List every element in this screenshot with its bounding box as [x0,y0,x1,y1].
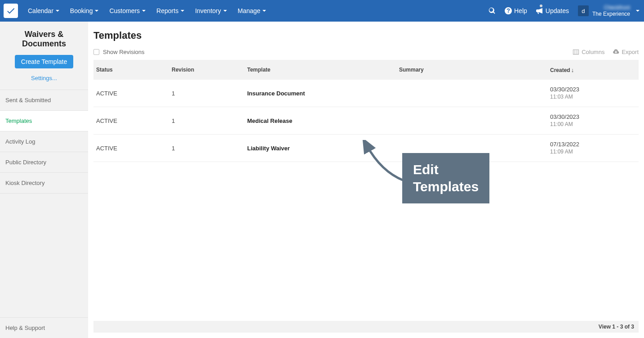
nav-calendar[interactable]: Calendar [22,0,65,22]
nav-reports[interactable]: Reports [151,0,190,22]
columns-icon [573,49,579,55]
col-template[interactable]: Template [247,67,399,73]
nav-customers[interactable]: Customers [104,0,151,22]
main-content: Templates Show Revisions Columns Export … [88,22,644,338]
show-revisions-label: Show Revisions [103,49,145,55]
sidebar-help-support[interactable]: Help & Support [0,318,88,338]
sort-desc-icon: ↓ [571,67,574,73]
nav-manage[interactable]: Manage [232,0,272,22]
cloud-download-icon [613,49,619,55]
app-logo[interactable] [4,4,18,18]
avatar: d [578,5,589,16]
nav-right: Help Updates d Checkfront The Experience [484,0,644,22]
page-title: Templates [93,30,639,41]
chevron-down-icon [223,10,227,12]
help-icon [505,7,512,14]
sidebar: Waivers & Documents Create Template Sett… [0,22,88,338]
help-label: Help [514,7,527,14]
table-row[interactable]: ACTIVE 1 Medical Release 03/30/2023 11:0… [93,107,639,135]
table-header: Status Revision Template Summary Created… [93,60,639,80]
col-summary[interactable]: Summary [399,67,550,73]
templates-table: Status Revision Template Summary Created… [93,60,639,333]
chevron-down-icon [56,10,59,12]
search-icon [489,7,496,14]
account-name: Checkfront [604,5,630,11]
toolbar: Show Revisions Columns Export [93,49,639,55]
sidebar-item-templates[interactable]: Templates [0,111,88,131]
checkbox-icon [93,49,99,55]
export-button[interactable]: Export [613,49,639,55]
help-button[interactable]: Help [500,0,532,22]
columns-button[interactable]: Columns [573,49,604,55]
table-row[interactable]: ACTIVE 1 Liability Waiver 07/13/2022 11:… [93,135,639,162]
sidebar-title: Waivers & Documents [4,30,84,49]
sidebar-item-public-directory[interactable]: Public Directory [0,152,88,173]
chevron-down-icon [262,10,266,12]
chevron-down-icon [181,10,184,12]
sidebar-item-sent[interactable]: Sent & Submitted [0,90,88,111]
bullhorn-icon [536,7,543,14]
settings-link[interactable]: Settings... [31,75,57,81]
chevron-down-icon [142,10,146,12]
chevron-down-icon [636,10,640,12]
col-created[interactable]: Created↓ [550,67,636,73]
updates-label: Updates [546,7,569,14]
show-revisions-checkbox[interactable]: Show Revisions [93,49,145,55]
nav-inventory[interactable]: Inventory [190,0,232,22]
pagination-text: View 1 - 3 of 3 [599,324,634,330]
top-nav: Calendar Booking Customers Reports Inven… [0,0,644,22]
table-footer: View 1 - 3 of 3 [93,321,639,333]
sidebar-nav: Sent & Submitted Templates Activity Log … [0,90,88,194]
main-menu: Calendar Booking Customers Reports Inven… [22,0,271,22]
sidebar-item-activity[interactable]: Activity Log [0,131,88,152]
sidebar-item-kiosk-directory[interactable]: Kiosk Directory [0,173,88,194]
col-status[interactable]: Status [96,67,172,73]
account-subtitle: The Experience [592,11,630,17]
create-template-button[interactable]: Create Template [15,55,73,68]
account-menu[interactable]: d Checkfront The Experience [573,5,644,17]
table-row[interactable]: ACTIVE 1 Insurance Document 03/30/2023 1… [93,80,639,107]
col-revision[interactable]: Revision [172,67,247,73]
updates-button[interactable]: Updates [532,0,573,22]
notification-dot-icon [540,5,542,7]
search-button[interactable] [484,0,500,22]
nav-booking[interactable]: Booking [65,0,104,22]
chevron-down-icon [95,10,98,12]
